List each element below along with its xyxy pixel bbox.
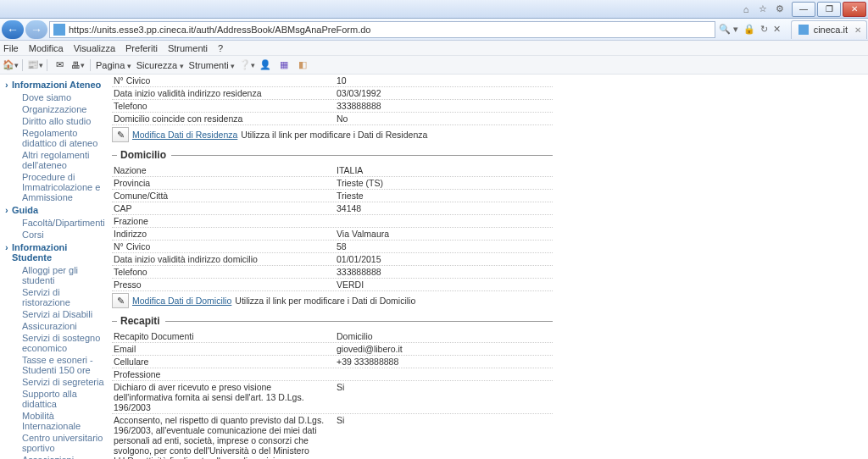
recapiti-row: Cellulare+39 333888888 xyxy=(112,356,553,368)
tab-close-icon[interactable]: ✕ xyxy=(854,25,861,35)
domicilio-label: Indirizzo xyxy=(112,228,335,240)
sidebar-item-info-stud-3[interactable]: Assicurazioni xyxy=(14,320,105,332)
menu-bar: File Modifica Visualizza Preferiti Strum… xyxy=(0,41,868,56)
recapiti-value xyxy=(335,368,553,370)
sidebar-item-info-stud-4[interactable]: Servizi di sostegno economico xyxy=(14,332,105,354)
sidebar-cat-info-ateneo[interactable]: Informazioni Ateneo xyxy=(5,80,105,90)
main-content: N° Civico10Data inizio validità indirizz… xyxy=(107,75,558,459)
sidebar-item-info-stud-1[interactable]: Servizi di ristorazione xyxy=(14,286,105,308)
sidebar-item-info-ateneo-3[interactable]: Regolamento didattico di ateneo xyxy=(14,127,105,149)
domicilio-label: Provincia xyxy=(112,177,335,189)
gear-icon[interactable]: ⚙ xyxy=(773,3,787,16)
edit-domicilio-row: ✎ Modifica Dati di Domicilio Utilizza il… xyxy=(112,291,553,310)
sidebar-cat-guida[interactable]: Guida xyxy=(5,205,105,215)
sidebar-item-info-ateneo-4[interactable]: Altri regolamenti dell'ateneo xyxy=(14,149,105,171)
lock-icon: 🔒 xyxy=(743,24,755,35)
help-icon[interactable]: ❔ xyxy=(240,58,253,72)
sidebar-item-info-ateneo-0[interactable]: Dove siamo xyxy=(14,91,105,103)
print-icon[interactable]: 🖶 xyxy=(71,58,85,72)
forward-button[interactable]: → xyxy=(25,20,47,39)
address-bar: ← → https://units.esse3.pp.cineca.it/aut… xyxy=(0,19,868,41)
minimize-button[interactable]: — xyxy=(792,2,815,17)
domicilio-value: 34148 xyxy=(335,202,553,214)
domicilio-row: Comune/CittàTrieste xyxy=(112,190,553,202)
domicilio-label: Frazione xyxy=(112,215,335,227)
sidebar-item-guida-1[interactable]: Corsi xyxy=(14,229,105,241)
domicilio-label: Presso xyxy=(112,279,335,290)
edit-domicilio-link[interactable]: Modifica Dati di Domicilio xyxy=(132,296,231,306)
tb-icon1[interactable]: 👤 xyxy=(259,58,272,72)
home-icon[interactable]: ⌂ xyxy=(739,3,753,16)
sicurezza-menu[interactable]: Sicurezza xyxy=(136,60,184,70)
feeds-icon[interactable]: 📰 xyxy=(28,58,42,72)
menu-visualizza[interactable]: Visualizza xyxy=(74,43,115,53)
ie-favicon-icon xyxy=(53,24,65,36)
section-recapiti: Recapiti Recapito DocumentiDomicilioEmai… xyxy=(112,315,553,459)
url-input[interactable]: https://units.esse3.pp.cineca.it/auth/Ad… xyxy=(49,21,715,38)
tab-cineca[interactable]: cineca.it ✕ xyxy=(791,20,867,39)
domicilio-value: Trieste (TS) xyxy=(335,177,553,189)
sidebar-item-info-stud-10[interactable]: Associazioni studentesche xyxy=(14,454,105,459)
recapiti-label: Cellulare xyxy=(112,356,335,368)
recapiti-row: Acconsento, nel rispetto di quanto previ… xyxy=(112,414,553,459)
sidebar-item-info-stud-8[interactable]: Mobilità Internazionale xyxy=(14,410,105,432)
domicilio-row: ProvinciaTrieste (TS) xyxy=(112,177,553,190)
residenza-value: 10 xyxy=(335,75,553,86)
menu-modifica[interactable]: Modifica xyxy=(29,43,64,53)
sidebar-item-guida-0[interactable]: Facoltà/Dipartimenti xyxy=(14,217,105,229)
domicilio-value: Trieste xyxy=(335,190,553,202)
sidebar-item-info-stud-9[interactable]: Centro universitario sportivo xyxy=(14,432,105,454)
menu-file[interactable]: File xyxy=(3,43,19,53)
sidebar: Informazioni Ateneo Dove siamoOrganizzaz… xyxy=(0,75,107,459)
domicilio-label: Telefono xyxy=(112,266,335,278)
domicilio-row: PressoVERDI xyxy=(112,279,553,291)
menu-help[interactable]: ? xyxy=(218,43,223,53)
residenza-value: 333888888 xyxy=(335,100,553,112)
recapiti-value: Si xyxy=(335,381,553,393)
window-titlebar: ⌂ ☆ ⚙ — ❐ ✕ xyxy=(0,0,868,19)
domicilio-value: 58 xyxy=(335,241,553,252)
back-button[interactable]: ← xyxy=(2,20,24,39)
domicilio-label: Comune/Città xyxy=(112,190,335,202)
section-domicilio: Domicilio NazioneITALIAProvinciaTrieste … xyxy=(112,149,553,310)
stop-icon[interactable]: ✕ xyxy=(773,24,781,35)
domicilio-label: Nazione xyxy=(112,164,335,176)
recapiti-value: Domicilio xyxy=(335,330,553,342)
sidebar-item-info-stud-6[interactable]: Servizi di segreteria xyxy=(14,376,105,388)
addr-tools: 🔍 ▾ 🔒 ↻ ✕ xyxy=(715,24,784,35)
tb-icon2[interactable]: ▦ xyxy=(277,58,291,72)
sidebar-item-info-ateneo-2[interactable]: Diritto allo studio xyxy=(14,115,105,127)
star-icon[interactable]: ☆ xyxy=(756,3,770,16)
pencil-icon[interactable]: ✎ xyxy=(112,293,129,308)
sidebar-item-info-ateneo-1[interactable]: Organizzazione xyxy=(14,103,105,115)
recapiti-label: Professione xyxy=(112,368,335,380)
section-title-domicilio: Domicilio xyxy=(112,149,553,161)
sidebar-item-info-stud-5[interactable]: Tasse e esoneri - Studenti 150 ore xyxy=(14,354,105,376)
pencil-icon[interactable]: ✎ xyxy=(112,127,129,142)
sidebar-item-info-stud-0[interactable]: Alloggi per gli studenti xyxy=(14,264,105,286)
recapiti-label: Recapito Documenti xyxy=(112,330,335,342)
domicilio-value: 01/01/2015 xyxy=(335,253,553,265)
sidebar-cat-info-stud[interactable]: Informazioni Studente xyxy=(5,242,105,263)
menu-preferiti[interactable]: Preferiti xyxy=(125,43,158,53)
mail-icon[interactable]: ✉ xyxy=(53,58,66,72)
residenza-row: Telefono333888888 xyxy=(112,100,553,113)
strumenti-menu[interactable]: Strumenti xyxy=(189,60,236,70)
edit-residenza-row: ✎ Modifica Dati di Residenza Utilizza il… xyxy=(112,125,553,144)
edit-residenza-link[interactable]: Modifica Dati di Residenza xyxy=(132,130,237,140)
refresh-icon[interactable]: ↻ xyxy=(760,24,768,35)
residenza-label: Telefono xyxy=(112,100,335,112)
menu-strumenti[interactable]: Strumenti xyxy=(168,43,208,53)
sidebar-item-info-stud-2[interactable]: Servizi ai Disabili xyxy=(14,308,105,320)
residenza-label: Data inizio validità indirizzo residenza xyxy=(112,87,335,99)
sidebar-item-info-ateneo-5[interactable]: Procedure di Immatricolazione e Ammissio… xyxy=(14,171,105,203)
pagina-menu[interactable]: Pagina xyxy=(96,60,131,70)
tab-favicon-icon xyxy=(798,25,809,35)
tb-icon3[interactable]: ◧ xyxy=(296,58,309,72)
residenza-value: 03/03/1992 xyxy=(335,87,553,99)
close-button[interactable]: ✕ xyxy=(843,2,866,17)
maximize-button[interactable]: ❐ xyxy=(817,2,841,17)
home-dropdown-icon[interactable]: 🏠 xyxy=(3,58,17,72)
search-icon[interactable]: 🔍 ▾ xyxy=(719,24,738,35)
sidebar-item-info-stud-7[interactable]: Supporto alla didattica xyxy=(14,388,105,410)
